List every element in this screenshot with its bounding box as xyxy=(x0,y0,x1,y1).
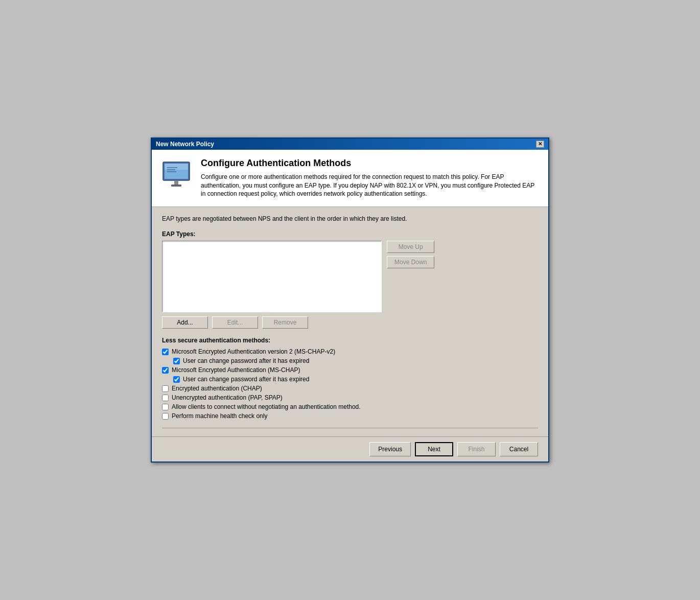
divider xyxy=(162,428,538,428)
eap-buttons: Move Up Move Down xyxy=(387,241,434,268)
svg-rect-7 xyxy=(167,171,176,172)
header-text: Configure Authentication Methods Configu… xyxy=(201,158,540,198)
title-bar: New Network Policy ✕ xyxy=(152,139,548,150)
noauth-checkbox[interactable] xyxy=(162,404,169,410)
healthcheck-item: Perform machine health check only xyxy=(162,412,538,420)
header-section: Configure Authentication Methods Configu… xyxy=(152,150,548,207)
noauth-item: Allow clients to connect without negotia… xyxy=(162,403,538,410)
info-text: EAP types are negotiated between NPS and… xyxy=(162,215,538,222)
cancel-button[interactable]: Cancel xyxy=(500,442,538,456)
previous-button[interactable]: Previous xyxy=(369,442,411,456)
mschap-checkbox[interactable] xyxy=(162,367,169,374)
healthcheck-label: Perform machine health check only xyxy=(172,412,267,420)
remove-button[interactable]: Remove xyxy=(262,316,308,329)
chap-item: Encrypted authentication (CHAP) xyxy=(162,385,538,392)
page-title: Configure Authentication Methods xyxy=(201,158,540,169)
mschapv2-checkbox[interactable] xyxy=(162,349,169,355)
eap-listbox[interactable] xyxy=(162,241,382,312)
eap-row: Move Up Move Down xyxy=(162,241,538,312)
mschapv2-sub-item: User can change password after it has ex… xyxy=(173,357,538,364)
page-description: Configure one or more authentication met… xyxy=(201,173,540,198)
svg-rect-2 xyxy=(165,164,188,170)
finish-button[interactable]: Finish xyxy=(457,442,496,456)
noauth-label: Allow clients to connect without negotia… xyxy=(172,403,361,410)
content-area: EAP types are negotiated between NPS and… xyxy=(152,207,548,436)
footer: Previous Next Finish Cancel xyxy=(152,436,548,461)
svg-rect-3 xyxy=(174,180,178,184)
computer-icon xyxy=(160,158,193,191)
move-down-button[interactable]: Move Down xyxy=(387,256,434,268)
pap-item: Unencrypted authentication (PAP, SPAP) xyxy=(162,394,538,401)
pap-label: Unencrypted authentication (PAP, SPAP) xyxy=(172,394,283,401)
action-buttons: Add... Edit... Remove xyxy=(162,316,538,329)
chap-label: Encrypted authentication (CHAP) xyxy=(172,385,262,392)
move-up-button[interactable]: Move Up xyxy=(387,241,434,253)
less-secure-heading: Less secure authentication methods: xyxy=(162,337,538,344)
edit-button[interactable]: Edit... xyxy=(212,316,258,329)
healthcheck-checkbox[interactable] xyxy=(162,413,169,420)
chap-checkbox[interactable] xyxy=(162,385,169,392)
svg-rect-6 xyxy=(167,169,175,170)
next-button[interactable]: Next xyxy=(415,442,453,456)
mschapv2-item: Microsoft Encrypted Authentication versi… xyxy=(162,348,538,355)
main-window: New Network Policy ✕ Configure Authe xyxy=(151,137,549,463)
mschapv2-label: Microsoft Encrypted Authentication versi… xyxy=(172,348,335,355)
svg-rect-4 xyxy=(171,184,181,187)
mschap-label: Microsoft Encrypted Authentication (MS-C… xyxy=(172,366,300,374)
mschapv2-sub-label: User can change password after it has ex… xyxy=(183,357,309,364)
window-title: New Network Policy xyxy=(156,141,214,148)
mschap-item: Microsoft Encrypted Authentication (MS-C… xyxy=(162,366,538,374)
mschap-sub-checkbox[interactable] xyxy=(173,376,180,383)
pap-checkbox[interactable] xyxy=(162,395,169,401)
svg-rect-5 xyxy=(167,167,177,168)
close-button[interactable]: ✕ xyxy=(536,141,544,148)
mschapv2-sub-checkbox[interactable] xyxy=(173,358,180,364)
mschap-sub-item: User can change password after it has ex… xyxy=(173,376,538,383)
add-button[interactable]: Add... xyxy=(162,316,208,329)
mschap-sub-label: User can change password after it has ex… xyxy=(183,376,309,383)
eap-types-label: EAP Types: xyxy=(162,230,538,238)
